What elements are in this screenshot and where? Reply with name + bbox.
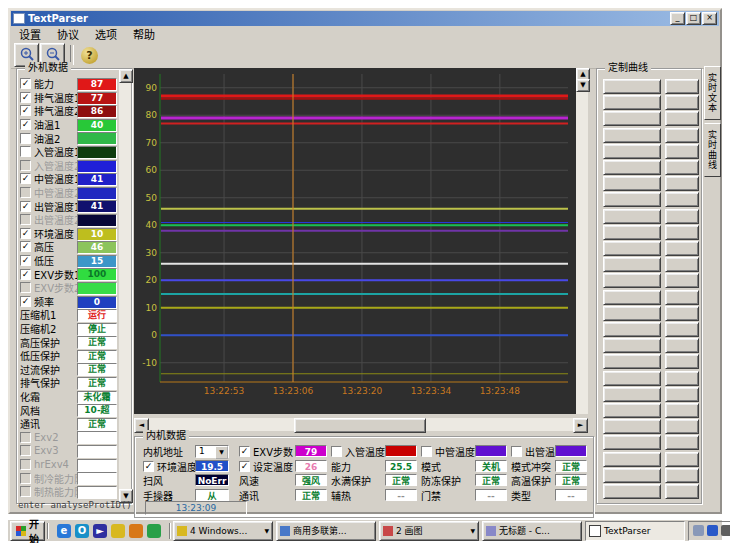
title-bar[interactable]: TextParser _ □ ×: [11, 11, 719, 26]
curve-value-button[interactable]: [665, 257, 699, 272]
checkbox[interactable]: ✓: [20, 296, 31, 307]
curve-name-button[interactable]: [603, 403, 661, 418]
checkbox[interactable]: [20, 146, 31, 157]
curve-value-button[interactable]: [665, 111, 699, 126]
media-player-icon[interactable]: ►: [93, 524, 107, 538]
curve-name-button[interactable]: [603, 419, 661, 434]
curve-name-button[interactable]: [603, 176, 661, 191]
curve-name-button[interactable]: [603, 160, 661, 175]
trend-chart[interactable]: -10010203040506070809013:22:5313:23:0613…: [134, 68, 576, 416]
curve-name-button[interactable]: [603, 95, 661, 110]
curve-value-button[interactable]: [665, 79, 699, 94]
curve-value-button[interactable]: [665, 452, 699, 467]
scroll-right-icon[interactable]: ►: [573, 418, 588, 433]
curve-value-button[interactable]: [665, 160, 699, 175]
checkbox[interactable]: ✓: [20, 228, 31, 239]
curve-name-button[interactable]: [603, 452, 661, 467]
curve-name-button[interactable]: [603, 225, 661, 240]
checkbox[interactable]: ✓: [239, 461, 250, 472]
checkbox[interactable]: ✓: [20, 269, 31, 280]
checkbox[interactable]: ✓: [20, 105, 31, 116]
restore-button[interactable]: □: [686, 12, 701, 25]
menu-item-0[interactable]: 设置: [11, 25, 49, 43]
start-button[interactable]: 开始: [10, 521, 45, 541]
task-button[interactable]: TextParser: [585, 521, 685, 541]
checkbox[interactable]: [331, 446, 342, 457]
curve-name-button[interactable]: [603, 338, 661, 353]
task-button[interactable]: 商用多联第...: [276, 521, 376, 541]
checkbox[interactable]: ✓: [20, 78, 31, 89]
chevron-down-icon[interactable]: ▼: [215, 446, 228, 459]
ie-icon[interactable]: e: [57, 524, 71, 538]
scrollbar-thumb[interactable]: [294, 418, 426, 433]
menu-item-1[interactable]: 协议: [49, 25, 87, 43]
menu-item-2[interactable]: 选项: [87, 25, 125, 43]
curve-name-button[interactable]: [603, 354, 661, 369]
curve-value-button[interactable]: [665, 95, 699, 110]
curve-name-button[interactable]: [603, 435, 661, 450]
minimize-button[interactable]: _: [670, 12, 685, 25]
curve-name-button[interactable]: [603, 111, 661, 126]
folder-yellow-icon[interactable]: [111, 524, 125, 538]
curve-value-button[interactable]: [665, 176, 699, 191]
curve-value-button[interactable]: [665, 403, 699, 418]
checkbox[interactable]: ✓: [239, 446, 250, 457]
outlook-icon[interactable]: O: [75, 524, 89, 538]
curve-value-button[interactable]: [665, 241, 699, 256]
scroll-up-icon[interactable]: ▲: [119, 69, 133, 83]
curve-value-button[interactable]: [665, 338, 699, 353]
curve-name-button[interactable]: [603, 322, 661, 337]
curve-value-button[interactable]: [665, 435, 699, 450]
curve-value-button[interactable]: [665, 273, 699, 288]
checkbox[interactable]: [511, 446, 522, 457]
task-button[interactable]: 无标题 - C...: [482, 521, 582, 541]
sidebar-scrollbar[interactable]: ▲ ▼: [119, 69, 131, 503]
curve-value-button[interactable]: [665, 484, 699, 499]
tray-u-icon[interactable]: [707, 525, 718, 536]
menu-item-3[interactable]: 帮助: [125, 25, 163, 43]
curve-name-button[interactable]: [603, 192, 661, 207]
chevron-down-icon[interactable]: ▼: [470, 527, 475, 534]
curve-value-button[interactable]: [665, 322, 699, 337]
curve-value-button[interactable]: [665, 387, 699, 402]
curve-value-button[interactable]: [665, 354, 699, 369]
task-button[interactable]: 2 画图▼: [379, 521, 479, 541]
task-button[interactable]: 4 Windows...▼: [173, 521, 273, 541]
curve-name-button[interactable]: [603, 484, 661, 499]
tray-dot-icon[interactable]: [721, 525, 730, 536]
tab-realtime-curve[interactable]: 实时曲线: [704, 123, 721, 177]
checkbox[interactable]: ✓: [20, 119, 31, 130]
checkbox[interactable]: ✓: [20, 241, 31, 252]
curve-name-button[interactable]: [603, 290, 661, 305]
checkbox[interactable]: ✓: [20, 201, 31, 212]
curve-name-button[interactable]: [603, 257, 661, 272]
curve-name-button[interactable]: [603, 387, 661, 402]
help-button[interactable]: ?: [78, 44, 101, 66]
checkbox[interactable]: [421, 446, 432, 457]
curve-value-button[interactable]: [665, 128, 699, 143]
checkbox[interactable]: ✓: [20, 173, 31, 184]
curve-name-button[interactable]: [603, 273, 661, 288]
chart-vertical-scrollbar[interactable]: ▲ ▼: [576, 68, 588, 414]
checkbox[interactable]: ✓: [20, 255, 31, 266]
curve-value-button[interactable]: [665, 144, 699, 159]
curve-name-button[interactable]: [603, 128, 661, 143]
curve-value-button[interactable]: [665, 371, 699, 386]
tray-bird-icon[interactable]: [693, 525, 704, 536]
curve-value-button[interactable]: [665, 192, 699, 207]
curve-name-button[interactable]: [603, 468, 661, 483]
curve-name-button[interactable]: [603, 209, 661, 224]
chevron-down-icon[interactable]: ▼: [264, 527, 269, 534]
curve-name-button[interactable]: [603, 306, 661, 321]
scroll-down-icon[interactable]: ▼: [576, 79, 590, 92]
curve-value-button[interactable]: [665, 419, 699, 434]
tab-realtime-text[interactable]: 实时文本: [704, 66, 721, 120]
curve-value-button[interactable]: [665, 306, 699, 321]
close-button[interactable]: ×: [702, 12, 717, 25]
curve-value-button[interactable]: [665, 209, 699, 224]
checkbox[interactable]: [20, 133, 31, 144]
curve-value-button[interactable]: [665, 225, 699, 240]
mail-icon[interactable]: [129, 524, 143, 538]
curve-name-button[interactable]: [603, 371, 661, 386]
checkbox[interactable]: ✓: [143, 461, 154, 472]
